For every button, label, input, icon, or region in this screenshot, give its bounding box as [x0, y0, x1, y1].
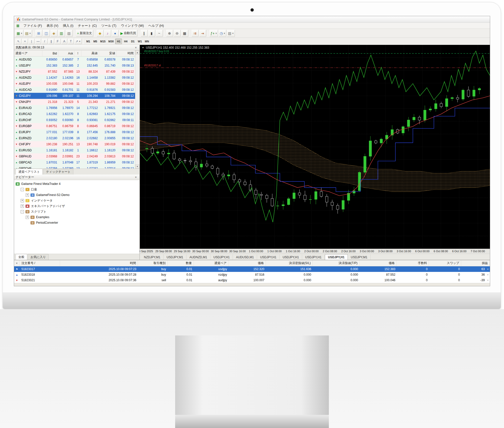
market-watch-row[interactable]: ▼AUDJPY100.035100.04611100.20399.88209:0…	[14, 81, 139, 87]
tree-item[interactable]: +◆エキスパートアドバイザ	[14, 203, 139, 209]
profiles-button[interactable]: ▤▾	[24, 30, 32, 37]
vertical-line-tool[interactable]: |	[28, 39, 35, 44]
text-label-tool[interactable]: T	[68, 39, 74, 44]
chevron-down-icon[interactable]: ▾	[232, 32, 234, 35]
trendline-tool[interactable]: /	[42, 39, 48, 44]
market-watch-scrollbar[interactable]: ▲ ▼	[135, 50, 139, 168]
market-watch-row[interactable]: ▼NZDJPY87.55287.5651388.32487.43909:08:1…	[14, 69, 139, 75]
chart-tab-6[interactable]: USDJPY,H1	[280, 254, 302, 260]
terminal-column-header[interactable]: 価格	[360, 260, 397, 266]
tree-expander-icon[interactable]: -	[21, 188, 24, 191]
market-watch-row[interactable]: ▲AUDNZD1.142471.14263161.144581.1338209:…	[14, 75, 139, 81]
chevron-down-icon[interactable]: ▾	[215, 32, 217, 35]
autotrading-button[interactable]: ▶自動売買	[119, 30, 137, 37]
terminal-column-header[interactable]: 手数料	[397, 260, 429, 266]
market-watch-column-header[interactable]: !	[75, 50, 81, 56]
terminal-column-header[interactable]: スワップ	[429, 260, 461, 266]
cursor-tool[interactable]: ↖	[15, 39, 21, 44]
chart-tab-5[interactable]: USDJPY,H1	[257, 254, 279, 260]
tree-item[interactable]: -▤スクリプト	[14, 209, 139, 214]
tree-expander-icon[interactable]: +	[21, 199, 24, 202]
close-position-icon[interactable]: ×	[487, 279, 489, 282]
market-watch-row[interactable]: ▲EURNZD2.021802.02196162.026822.0085509:…	[14, 135, 139, 141]
terminal-column-header[interactable]: 決済指値(T/P)	[313, 260, 360, 266]
terminal-column-header[interactable]: 損益	[461, 260, 490, 266]
auto-scroll-button[interactable]: ⇉	[192, 30, 199, 37]
close-position-icon[interactable]: ×	[487, 268, 489, 271]
scroll-down-icon[interactable]: ▼	[135, 164, 139, 168]
market-watch-tab-0[interactable]: 通貨ペアリスト	[16, 169, 43, 175]
templates-button[interactable]: ▨▾	[227, 30, 235, 37]
chart-tab-7[interactable]: USDJPY,H1	[302, 254, 325, 260]
navigator-tab-1[interactable]: お気に入り	[28, 254, 49, 260]
market-watch-row[interactable]: ▲EURAUD1.769561.76970141.772121.7692109:…	[14, 105, 139, 111]
indicators-button[interactable]: ƒ+▾	[209, 30, 218, 37]
chart-tab-9[interactable]: USDJPY,M1	[348, 254, 371, 260]
market-watch-row[interactable]: ▼CNHJPY21.31821.323521.34321.27109:08:12	[14, 99, 139, 105]
periods-button[interactable]: ◷▾	[218, 30, 226, 37]
menu-item-1[interactable]: 表示 (V)	[44, 23, 60, 28]
timeframe-m5[interactable]: M5	[92, 39, 99, 44]
crosshair-tool[interactable]: +	[22, 39, 28, 44]
timeframe-mn[interactable]: MN	[143, 39, 150, 44]
market-watch-column-header[interactable]: 高値	[81, 50, 99, 56]
timeframe-m15[interactable]: M15	[99, 39, 107, 44]
chevron-down-icon[interactable]: ▾	[29, 32, 31, 35]
timeframe-m30[interactable]: M30	[107, 39, 115, 44]
channel-tool[interactable]: ∥	[48, 39, 54, 44]
text-tool[interactable]: A	[61, 39, 67, 44]
close-icon[interactable]: ×	[134, 46, 138, 50]
market-watch-row[interactable]: ▼GBPAUD2.039682.03991232.042492.0381309:…	[14, 153, 139, 159]
tree-expander-icon[interactable]: +	[26, 193, 29, 197]
close-position-icon[interactable]: ×	[487, 273, 489, 276]
market-watch-row[interactable]: ▲AUDCAD0.916900.91701110.918760.9158309:…	[14, 87, 139, 93]
arrows-tool[interactable]: ↗▾	[74, 39, 82, 44]
terminal-column-header[interactable]: 価格	[229, 260, 266, 266]
tile-windows-button[interactable]: ▦	[181, 30, 188, 37]
zoom-out-button[interactable]: ⊖	[174, 30, 181, 37]
new-order-button[interactable]: +新規注文	[76, 30, 93, 37]
terminal-column-header[interactable]: 注文番号 /	[20, 260, 60, 266]
tree-expander-icon[interactable]: +	[26, 216, 29, 219]
navigator-tab-0[interactable]: 全般	[16, 254, 27, 260]
market-watch-row[interactable]: ▲USDJPY152.383152.3852152.645151.74009:0…	[14, 63, 139, 69]
market-watch-row[interactable]: ▼EURGBP0.867510.8675980.868450.8671909:0…	[14, 123, 139, 129]
market-watch-toggle[interactable]: ⊞	[35, 30, 42, 37]
timeframe-m1[interactable]: M1	[85, 39, 92, 44]
menu-item-6[interactable]: ヘルプ (H)	[146, 23, 166, 28]
order-row[interactable]: ⚑518233172025.10.08 09:07:23buy0.01usdjp…	[14, 266, 490, 272]
market-watch-column-header[interactable]: 通貨ペア	[14, 50, 42, 56]
sound-button[interactable]: ♪	[104, 30, 111, 37]
scroll-up-icon[interactable]: ▲	[135, 50, 139, 54]
market-watch-column-header[interactable]: 時間	[117, 50, 135, 56]
tree-item[interactable]: ▤PeriodConverter	[14, 220, 139, 225]
menu-item-4[interactable]: ツール (T)	[99, 23, 119, 28]
terminal-toggle[interactable]: ▥	[58, 30, 65, 37]
close-icon[interactable]: ×	[134, 175, 138, 179]
chart-tab-2[interactable]: AUDNZD,M1	[186, 254, 210, 260]
terminal-column-header[interactable]: 数量	[168, 260, 194, 266]
experts-button[interactable]: ●	[112, 30, 119, 37]
terminal-close-icon[interactable]: ×	[14, 260, 20, 266]
chart-canvas[interactable]: #51823317 buy 0.01#51823317 sl ▼ USDJPY,…	[140, 45, 490, 249]
tree-item[interactable]: +▤GaitameFinest-S2-Demo	[14, 192, 139, 198]
chevron-down-icon[interactable]: ▾	[21, 32, 22, 35]
navigator-toggle[interactable]: ◈	[50, 30, 57, 37]
tree-item[interactable]: -≡口座	[14, 187, 139, 192]
chevron-down-icon[interactable]: ▾	[224, 32, 225, 35]
timeframe-w1[interactable]: W1	[136, 39, 143, 44]
new-chart-button[interactable]: ▦▾	[15, 30, 23, 37]
market-watch-row[interactable]: ▲AUDUSD0.656500.6565770.658580.6557809:0…	[14, 56, 139, 63]
zoom-in-button[interactable]: ⊕	[166, 30, 173, 37]
menu-item-0[interactable]: ファイル (F)	[21, 23, 44, 28]
metaeditor-button[interactable]: ◆	[97, 30, 104, 37]
horizontal-line-tool[interactable]: —	[35, 39, 41, 44]
strategy-tester-toggle[interactable]: ▧	[66, 30, 73, 37]
bar-chart-button[interactable]: ∥	[141, 30, 148, 37]
market-watch-tab-1[interactable]: ティックチャート	[43, 169, 73, 175]
line-chart-button[interactable]: ~	[156, 30, 163, 37]
menu-item-5[interactable]: ウィンドウ (W)	[119, 23, 146, 28]
timeframe-h1[interactable]: H1	[115, 39, 122, 44]
chart-tab-8[interactable]: USDJPY,H1	[325, 254, 348, 260]
market-watch-row[interactable]: ▲EURCHF0.930520.9306080.930810.9286209:0…	[14, 117, 139, 123]
